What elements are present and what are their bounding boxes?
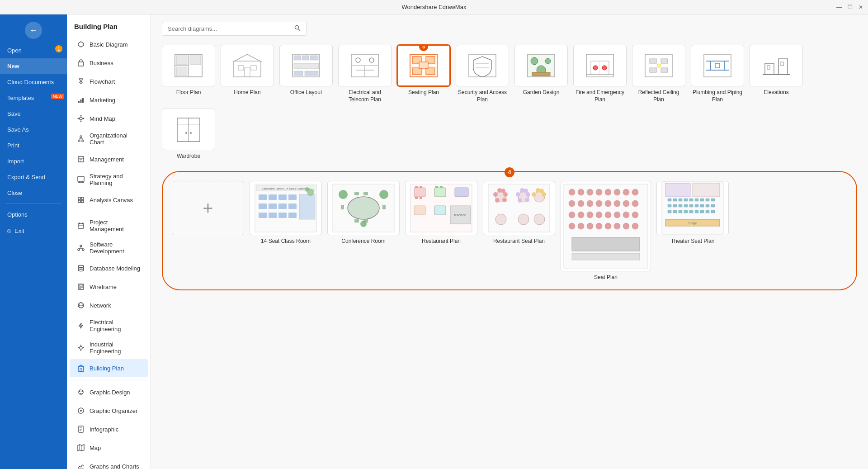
category-item-business[interactable]: Business [70, 54, 148, 72]
elevations-label: Elevations [764, 89, 788, 96]
sidebar-item-save-as[interactable]: Save As [0, 122, 67, 137]
seating-card-theater[interactable]: Stage [656, 181, 729, 280]
svg-point-59 [80, 346, 82, 349]
template-card-security[interactable]: Security and Access Plan [456, 45, 509, 103]
svg-rect-91 [176, 56, 187, 65]
sidebar-item-close[interactable]: Close [0, 185, 67, 201]
seating-card-restaurant[interactable]: Kitchen Restaurant Plan [405, 181, 477, 280]
svg-text:Kitchen: Kitchen [454, 213, 467, 217]
category-item-flowchart[interactable]: Flowchart [70, 72, 148, 90]
svg-rect-187 [434, 188, 446, 197]
sidebar-back[interactable]: ← [0, 14, 67, 43]
sidebar-item-cloud[interactable]: Cloud Documents [0, 74, 67, 90]
template-card-garden[interactable]: Garden Design [514, 45, 568, 103]
sidebar-item-templates[interactable]: Templates NEW [0, 90, 67, 106]
category-item-building[interactable]: Building Plan [70, 359, 148, 377]
svg-rect-172 [354, 192, 359, 195]
category-item-database[interactable]: Database Modeling [70, 259, 148, 277]
template-card-seating-plan[interactable]: 3 Seating Plan [397, 45, 450, 103]
svg-rect-251 [572, 237, 640, 251]
business-label: Business [90, 60, 113, 66]
svg-rect-176 [341, 205, 344, 209]
sidebar-item-options[interactable]: Options [0, 207, 67, 223]
graphic-design-icon [76, 387, 86, 397]
new-diagram-card[interactable]: + [172, 181, 244, 280]
svg-point-122 [545, 58, 551, 64]
seat-plan-label: Seat Plan [561, 274, 651, 280]
minimize-button[interactable]: — [835, 4, 843, 11]
svg-rect-160 [269, 204, 277, 209]
category-item-strategy[interactable]: Strategy and Planning [70, 169, 148, 190]
category-item-graphic-org[interactable]: Graphic Organizer [70, 402, 148, 420]
search-input[interactable] [168, 25, 294, 32]
svg-rect-94 [234, 61, 261, 77]
svg-rect-159 [259, 204, 267, 209]
sidebar-item-new[interactable]: New [0, 58, 67, 74]
category-item-industrial[interactable]: Industrial Engineering [70, 337, 148, 359]
database-icon [76, 263, 86, 273]
template-card-reflected-ceiling[interactable]: Reflected Ceiling Plan [632, 45, 685, 103]
svg-rect-260 [689, 210, 693, 213]
svg-point-247 [605, 223, 611, 229]
category-item-analysis[interactable]: Analysis Canvas [70, 191, 148, 209]
close-button[interactable]: ✕ [857, 4, 864, 11]
category-item-infographic[interactable]: Infographic [70, 420, 148, 438]
fire-emergency-img [573, 45, 627, 86]
category-item-project[interactable]: Project Management [70, 215, 148, 237]
sidebar-item-import[interactable]: Import [0, 153, 67, 169]
svg-point-169 [305, 187, 309, 192]
search-icon [294, 25, 301, 33]
seating-card-restaurant-seat[interactable]: Restaurant Seat Plan [483, 181, 555, 280]
category-item-graphs[interactable]: Graphs and Charts [70, 457, 148, 469]
svg-line-87 [298, 29, 300, 31]
sidebar-item-export[interactable]: Export & Send [0, 169, 67, 185]
sidebar-item-exit[interactable]: ⎋ Exit [0, 223, 67, 239]
elevations-img [750, 45, 803, 86]
svg-point-108 [369, 58, 374, 62]
svg-point-232 [614, 200, 620, 207]
sidebar-item-save[interactable]: Save [0, 106, 67, 122]
template-card-plumbing[interactable]: Plumbing and Piping Plan [691, 45, 744, 103]
theater-label: Theater Seat Plan [656, 238, 729, 244]
infographic-icon [76, 424, 86, 434]
template-card-office-layout[interactable]: Office Layout [279, 45, 333, 103]
back-button[interactable]: ← [25, 22, 42, 39]
graphs-label: Graphs and Charts [90, 463, 139, 469]
seating-card-conference[interactable]: Conference Room [327, 181, 400, 280]
plus-icon: + [203, 199, 213, 217]
seating-card-seat-plan[interactable]: Seat Plan [561, 181, 651, 280]
seating-card-14seat[interactable]: Classroom Layout: 14 Seats Classroom [250, 181, 322, 280]
template-card-home-plan[interactable]: Home Plan [221, 45, 274, 103]
window-controls[interactable]: — ❐ ✕ [835, 4, 864, 11]
category-item-map[interactable]: Map [70, 439, 148, 457]
template-card-floor-plan[interactable]: Floor Plan [162, 45, 215, 103]
category-item-network[interactable]: Network [70, 296, 148, 314]
category-item-wireframe[interactable]: Wireframe [70, 278, 148, 296]
category-item-basic[interactable]: Basic Diagram [70, 35, 148, 53]
template-card-elevations[interactable]: Elevations [750, 45, 803, 103]
svg-point-250 [632, 223, 638, 229]
template-card-electrical-telecom[interactable]: Electrical and Telecom Plan [338, 45, 392, 103]
category-item-electrical[interactable]: Electrical Engineering [70, 315, 148, 336]
sidebar-item-open[interactable]: Open 1 [0, 43, 67, 58]
template-card-wardrobe[interactable]: Wardrobe [162, 109, 215, 160]
svg-point-151 [190, 132, 192, 134]
svg-rect-275 [673, 199, 677, 201]
restaurant-img: Kitchen [405, 181, 477, 235]
template-card-fire-emergency[interactable]: Fire and Emergency Plan [573, 45, 627, 103]
svg-rect-283 [665, 183, 690, 197]
svg-point-223 [605, 189, 611, 195]
sidebar-item-print[interactable]: Print [0, 137, 67, 153]
category-item-marketing[interactable]: Marketing [70, 91, 148, 109]
svg-rect-256 [668, 210, 671, 213]
category-item-management[interactable]: Management [70, 150, 148, 168]
category-item-graphic-design[interactable]: Graphic Design [70, 383, 148, 401]
maximize-button[interactable]: ❐ [846, 4, 854, 11]
category-item-mindmap[interactable]: Mind Map [70, 109, 148, 128]
svg-rect-177 [382, 205, 386, 209]
exit-icon: ⎋ [7, 227, 11, 234]
marketing-label: Marketing [90, 97, 115, 104]
category-item-orgchart[interactable]: Organizational Chart [70, 128, 148, 150]
search-bar[interactable] [162, 22, 307, 36]
category-item-software[interactable]: Software Development [70, 237, 148, 259]
